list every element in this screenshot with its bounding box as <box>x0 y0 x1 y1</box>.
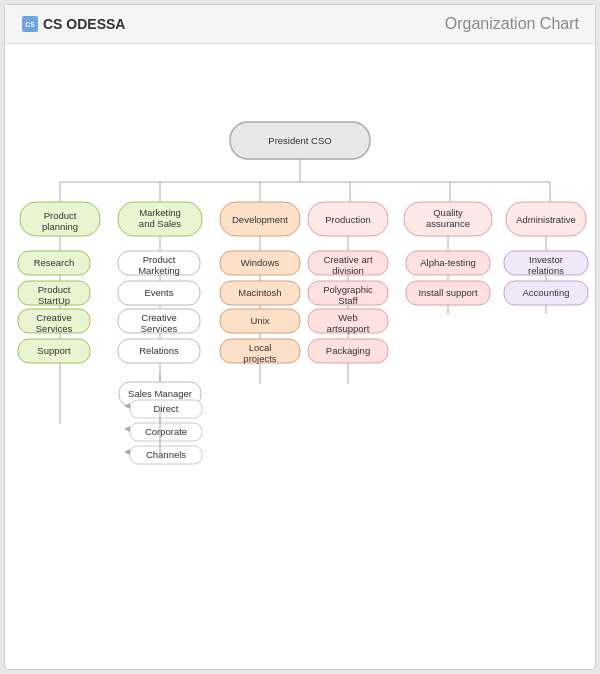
node-alpha-testing: Alpha-testing <box>420 257 475 268</box>
node-macintosh: Macintosh <box>238 287 281 298</box>
node-local-projects2: projects <box>243 353 277 364</box>
node-web-art2: artsupport <box>327 323 370 334</box>
svg-marker-45 <box>124 449 130 455</box>
chart-title: Organization Chart <box>445 15 579 33</box>
org-chart-svg: President CSO Product planning Marketing… <box>5 44 595 664</box>
node-marketing: Marketing <box>139 207 181 218</box>
node-creative-services-m: Creative <box>141 312 176 323</box>
node-research: Research <box>34 257 75 268</box>
logo-icon: CS <box>21 15 39 33</box>
node-product-planning: Product <box>44 210 77 221</box>
svg-text:CS: CS <box>25 21 35 28</box>
node-unix: Unix <box>250 315 269 326</box>
node-accounting: Accounting <box>522 287 569 298</box>
node-product-marketing: Product <box>143 254 176 265</box>
node-relations: Relations <box>139 345 179 356</box>
node-creative-art: Creative art <box>323 254 372 265</box>
node-windows: Windows <box>241 257 280 268</box>
node-investor2: relations <box>528 265 564 276</box>
node-quality2: assurance <box>426 218 470 229</box>
node-startup2: StartUp <box>38 295 70 306</box>
svg-marker-42 <box>124 426 130 432</box>
node-creative-art2: division <box>332 265 364 276</box>
node-administrative: Administrative <box>516 214 576 225</box>
node-web-art: Web <box>338 312 357 323</box>
logo: CS CS ODESSA <box>21 15 125 33</box>
node-packaging: Packaging <box>326 345 370 356</box>
node-local-projects: Local <box>249 342 272 353</box>
chart-area: President CSO Product planning Marketing… <box>5 44 595 664</box>
logo-text: CS ODESSA <box>43 16 125 32</box>
node-product-planning2: planning <box>42 221 78 232</box>
node-startup: Product <box>38 284 71 295</box>
node-support: Support <box>37 345 71 356</box>
node-corporate: Corporate <box>145 426 187 437</box>
node-product-marketing2: Marketing <box>138 265 180 276</box>
node-production: Production <box>325 214 370 225</box>
node-polygraphic: Polygraphic <box>323 284 373 295</box>
main-container: CS CS ODESSA Organization Chart Presiden… <box>4 4 596 670</box>
node-creative-services2: Services <box>36 323 73 334</box>
header: CS CS ODESSA Organization Chart <box>5 5 595 44</box>
node-marketing2: and Sales <box>139 218 182 229</box>
node-sales-manager: Sales Manager <box>128 388 192 399</box>
node-development: Development <box>232 214 288 225</box>
node-quality: Quality <box>433 207 463 218</box>
node-polygraphic2: Staff <box>338 295 358 306</box>
node-direct: Direct <box>154 403 179 414</box>
node-channels: Channels <box>146 449 186 460</box>
node-install-support: Install support <box>418 287 478 298</box>
node-events: Events <box>144 287 173 298</box>
node-creative-services-m2: Services <box>141 323 178 334</box>
president-node: President CSO <box>268 135 331 146</box>
node-creative-services: Creative <box>36 312 71 323</box>
node-investor: Investor <box>529 254 563 265</box>
